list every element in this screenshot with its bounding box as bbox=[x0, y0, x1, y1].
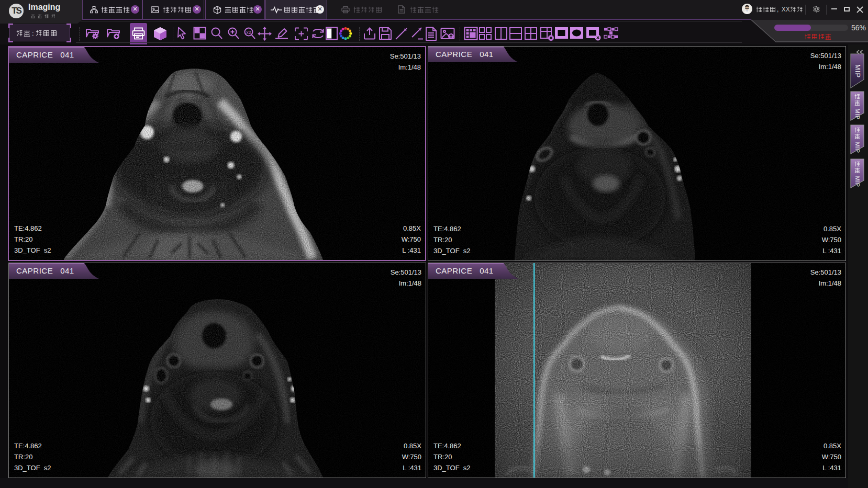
svg-text:x2: x2 bbox=[246, 30, 251, 35]
